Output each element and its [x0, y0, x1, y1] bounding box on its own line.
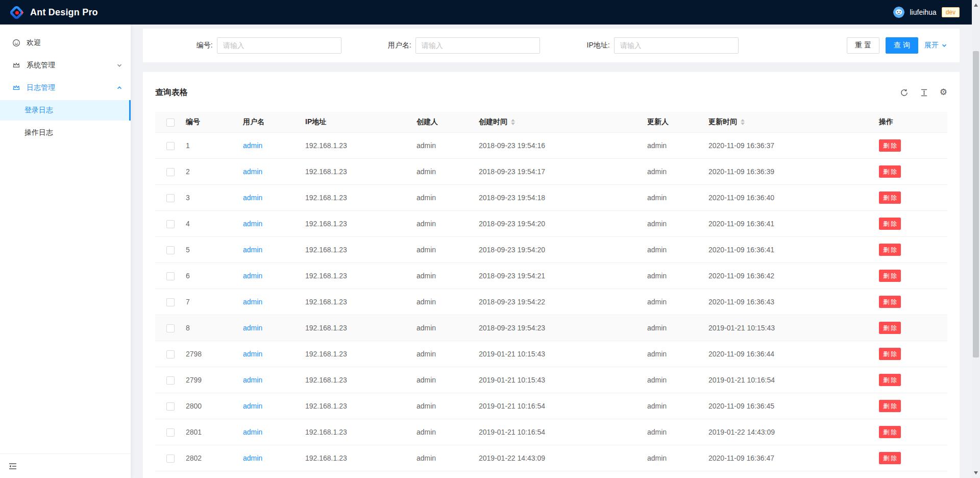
- cell-id: 2801: [186, 419, 243, 445]
- sort-caret-icon[interactable]: [741, 119, 745, 125]
- cell-updated-time: 2020-11-09 16:36:47: [708, 445, 879, 471]
- row-checkbox[interactable]: [166, 455, 175, 463]
- cell-ip: 192.168.1.23: [305, 211, 416, 237]
- ant-design-logo-icon: [8, 4, 25, 21]
- settings-gear-icon[interactable]: ⚙: [940, 88, 947, 97]
- username-link[interactable]: admin: [243, 141, 262, 150]
- row-checkbox[interactable]: [166, 402, 175, 411]
- username-link[interactable]: admin: [243, 324, 262, 332]
- table-row: 7admin192.168.1.23admin2018-09-23 19:54:…: [155, 289, 947, 315]
- row-checkbox[interactable]: [166, 246, 175, 254]
- delete-button[interactable]: 删 除: [879, 270, 901, 282]
- delete-button[interactable]: 删 除: [879, 374, 901, 386]
- delete-button[interactable]: 删 除: [879, 322, 901, 334]
- sidebar-item-system-management[interactable]: 系统管理: [0, 55, 131, 76]
- username-link[interactable]: admin: [243, 194, 262, 202]
- density-icon[interactable]: [920, 88, 928, 97]
- user-avatar[interactable]: [893, 7, 904, 18]
- cell-ip: 192.168.1.23: [305, 341, 416, 367]
- delete-button[interactable]: 删 除: [879, 139, 901, 152]
- sidebar-item-operation-log[interactable]: 操作日志: [0, 123, 131, 143]
- column-header-created-time[interactable]: 创建时间: [479, 112, 647, 133]
- id-field-label: 编号:: [143, 41, 217, 50]
- row-checkbox[interactable]: [166, 298, 175, 306]
- reload-icon[interactable]: [900, 88, 909, 97]
- sidebar-footer: [0, 453, 131, 478]
- sidebar-item-login-log[interactable]: 登录日志: [0, 100, 131, 121]
- app-title: Ant Design Pro: [30, 7, 98, 18]
- select-all-checkbox[interactable]: [166, 118, 175, 127]
- cell-ip: 192.168.1.23: [305, 237, 416, 263]
- cell-created-time: 2019-01-21 10:16:54: [479, 419, 647, 445]
- menu-fold-icon[interactable]: [9, 462, 17, 470]
- row-checkbox[interactable]: [166, 194, 175, 202]
- ip-field-label: IP地址:: [540, 41, 614, 50]
- cell-created-time: 2018-09-23 19:54:18: [479, 185, 647, 211]
- row-checkbox[interactable]: [166, 168, 175, 176]
- row-checkbox[interactable]: [166, 324, 175, 332]
- row-checkbox[interactable]: [166, 350, 175, 358]
- logo[interactable]: Ant Design Pro: [8, 4, 98, 21]
- expand-link[interactable]: 展开: [924, 41, 947, 50]
- cell-created-time: 2018-09-23 19:54:22: [479, 289, 647, 315]
- cell-updated-time: 2020-11-09 16:36:37: [708, 133, 879, 159]
- scrollbar-thumb[interactable]: [973, 51, 979, 357]
- id-field[interactable]: [217, 37, 341, 54]
- username-link[interactable]: admin: [243, 298, 262, 306]
- chevron-up-icon: [116, 85, 122, 91]
- delete-button[interactable]: 删 除: [879, 218, 901, 230]
- cell-created-time: 2019-01-21 10:15:43: [479, 367, 647, 393]
- cell-updater: admin: [647, 237, 708, 263]
- row-checkbox[interactable]: [166, 428, 175, 437]
- column-header-updated-time[interactable]: 更新时间: [708, 112, 879, 133]
- delete-button[interactable]: 删 除: [879, 400, 901, 412]
- row-checkbox[interactable]: [166, 220, 175, 228]
- username-link[interactable]: admin: [243, 428, 262, 436]
- cell-created-time: 2018-09-23 19:54:23: [479, 315, 647, 341]
- cell-id: 3: [186, 185, 243, 211]
- table-row: 2802admin192.168.1.23admin2019-01-22 14:…: [155, 445, 947, 471]
- row-checkbox[interactable]: [166, 376, 175, 385]
- username-link[interactable]: admin: [243, 402, 262, 410]
- ip-field[interactable]: [614, 37, 739, 54]
- sort-caret-icon[interactable]: [511, 119, 515, 125]
- cell-updater: admin: [647, 341, 708, 367]
- cell-id: 8: [186, 315, 243, 341]
- sidebar-item-log-management[interactable]: 日志管理: [0, 78, 131, 98]
- form-item-id: 编号:: [143, 37, 341, 54]
- vertical-scrollbar[interactable]: [972, 0, 980, 478]
- username-link[interactable]: admin: [243, 376, 262, 384]
- scroll-down-arrow-icon[interactable]: [974, 471, 978, 474]
- delete-button[interactable]: 删 除: [879, 426, 901, 438]
- delete-button[interactable]: 删 除: [879, 192, 901, 204]
- delete-button[interactable]: 删 除: [879, 244, 901, 256]
- query-button[interactable]: 查 询: [886, 37, 918, 54]
- cell-updated-time: 2020-11-09 16:36:42: [708, 263, 879, 289]
- username-label[interactable]: liufeihua: [910, 8, 936, 16]
- cell-id: 2: [186, 159, 243, 185]
- reset-button[interactable]: 重 置: [847, 37, 879, 54]
- table-row: 2799admin192.168.1.23admin2019-01-21 10:…: [155, 367, 947, 393]
- table-body: 1admin192.168.1.23admin2018-09-23 19:54:…: [155, 133, 947, 471]
- delete-button[interactable]: 删 除: [879, 348, 901, 360]
- row-checkbox[interactable]: [166, 142, 175, 150]
- cell-updated-time: 2019-01-21 10:16:54: [708, 367, 879, 393]
- delete-button[interactable]: 删 除: [879, 165, 901, 178]
- username-link[interactable]: admin: [243, 454, 262, 462]
- username-link[interactable]: admin: [243, 220, 262, 228]
- row-checkbox[interactable]: [166, 272, 175, 280]
- main-content: 编号: 用户名: IP地址: 重 置 查 询 展开 查询表格: [131, 25, 972, 478]
- sidebar-subitem-label: 操作日志: [24, 128, 53, 137]
- cell-creator: admin: [416, 159, 479, 185]
- username-field[interactable]: [415, 37, 540, 54]
- username-link[interactable]: admin: [243, 168, 262, 176]
- username-link[interactable]: admin: [243, 350, 262, 358]
- sidebar-item-welcome[interactable]: 欢迎: [0, 33, 131, 53]
- cell-id: 2800: [186, 393, 243, 419]
- username-link[interactable]: admin: [243, 272, 262, 280]
- scroll-up-arrow-icon[interactable]: [974, 4, 978, 7]
- username-link[interactable]: admin: [243, 246, 262, 254]
- delete-button[interactable]: 删 除: [879, 452, 901, 464]
- delete-button[interactable]: 删 除: [879, 296, 901, 308]
- cell-created-time: 2018-09-23 19:54:20: [479, 237, 647, 263]
